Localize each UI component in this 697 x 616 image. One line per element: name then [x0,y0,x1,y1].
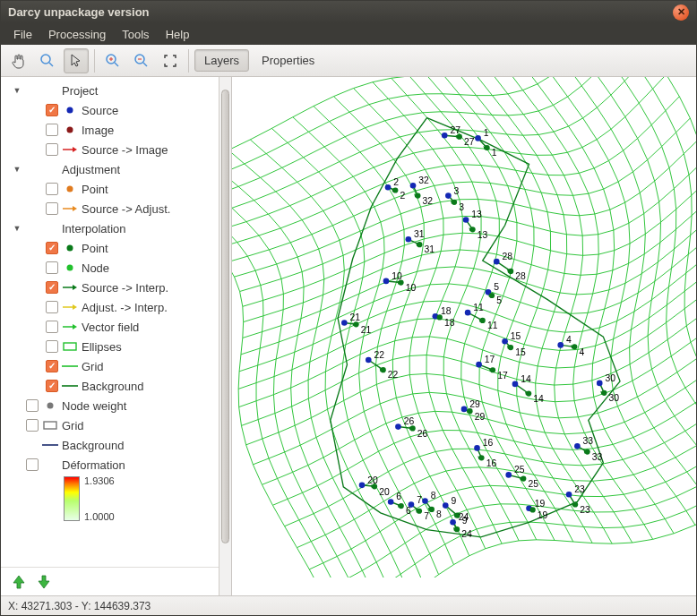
layers-tab[interactable]: Layers [194,49,249,72]
svg-text:19: 19 [535,499,546,509]
layer-symbol-icon [62,383,78,389]
layer-label: Source -> Adjust. [82,202,217,216]
tree-row[interactable]: Source -> Image [3,140,217,159]
layer-checkbox[interactable] [46,242,58,254]
svg-text:16: 16 [486,458,497,468]
map-canvas[interactable]: 1122334455667788991010111113131414151516… [232,77,696,595]
zoom-out-tool[interactable] [129,48,154,73]
svg-point-56 [409,501,415,508]
svg-point-9 [67,107,73,114]
layer-checkbox[interactable] [46,183,58,195]
tree-row[interactable]: Déformation [3,455,217,475]
move-up-button[interactable] [10,573,28,591]
tree-row[interactable]: ▼Adjustment [3,159,217,179]
layer-label: Source -> Image [82,143,217,157]
tree-row[interactable]: Point [3,179,217,199]
layer-checkbox[interactable] [46,202,58,215]
svg-point-76 [465,310,471,316]
tree-row[interactable]: Point [3,238,217,258]
menu-tools[interactable]: Tools [115,26,156,43]
svg-point-61 [422,498,428,504]
layer-symbol-icon [62,342,78,351]
layer-symbol-icon [62,243,78,253]
layer-symbol-icon [62,204,78,213]
layer-label: Source -> Interp. [82,281,217,295]
layer-checkbox[interactable] [46,380,58,392]
svg-point-26 [475,135,481,141]
layer-checkbox[interactable] [46,360,58,372]
layer-symbol-icon [62,184,78,194]
layer-checkbox[interactable] [46,261,58,274]
pointer-tool[interactable] [64,48,89,73]
svg-text:24: 24 [461,529,472,539]
close-button[interactable]: ✕ [673,4,689,21]
move-down-button[interactable] [35,573,53,591]
tree-row[interactable]: Node [3,258,217,278]
svg-point-166 [597,381,603,387]
window-title: Darcy unpackage version [8,5,673,19]
tree-row[interactable]: Source [3,100,217,120]
menu-file[interactable]: File [6,26,39,43]
layer-checkbox[interactable] [26,458,39,471]
svg-text:7: 7 [417,495,422,505]
layer-checkbox[interactable] [46,301,58,313]
tree-row[interactable]: Grid [3,356,217,376]
layer-symbol-icon [62,303,78,312]
svg-point-15 [67,265,73,271]
twisty-icon[interactable]: ▼ [12,165,22,174]
svg-point-91 [502,338,508,345]
layer-checkbox[interactable] [46,281,58,294]
tree-row[interactable]: Source -> Interp. [3,278,217,297]
layer-checkbox[interactable] [26,419,39,432]
svg-point-161 [461,406,468,413]
svg-point-127 [381,367,386,372]
layer-checkbox[interactable] [46,143,58,156]
layer-symbol-icon [42,442,58,448]
layer-checkbox[interactable] [46,104,58,116]
tree-row[interactable]: Node weight [3,396,217,415]
menu-processing[interactable]: Processing [41,26,113,43]
menubar: File Processing Tools Help [1,23,696,45]
svg-point-167 [601,390,607,396]
svg-text:18: 18 [441,306,452,316]
svg-point-32 [392,187,398,192]
layer-tree: ▼ProjectSourceImageSource -> Image▼Adjus… [1,77,231,567]
svg-point-31 [385,184,392,191]
tree-row[interactable]: Grid [3,415,217,435]
svg-text:13: 13 [471,210,482,219]
svg-text:32: 32 [423,196,434,206]
layer-symbol-icon [42,400,58,411]
properties-tab[interactable]: Properties [253,50,323,71]
zoom-fit-tool[interactable] [158,48,183,73]
tree-row[interactable]: Background [3,376,217,396]
svg-text:5: 5 [496,295,502,305]
tree-row[interactable]: ▼Interpolation [3,218,217,238]
svg-point-92 [508,345,513,350]
pan-tool[interactable] [6,48,31,73]
svg-text:5: 5 [494,282,499,292]
svg-text:17: 17 [497,371,508,381]
layer-checkbox[interactable] [46,340,58,353]
layer-checkbox[interactable] [46,321,58,333]
svg-text:24: 24 [459,512,469,522]
svg-point-10 [67,127,73,133]
svg-text:31: 31 [414,229,425,239]
layer-label: Node weight [62,399,217,413]
tree-row[interactable]: Background [3,435,217,455]
twisty-icon[interactable]: ▼ [12,86,22,95]
svg-point-146 [395,424,401,430]
tree-row[interactable]: Source -> Adjust. [3,199,217,218]
tree-row[interactable]: Image [3,120,217,140]
tree-row[interactable]: Adjust. -> Interp. [3,297,217,317]
svg-text:31: 31 [425,244,435,254]
layer-checkbox[interactable] [26,399,39,412]
tree-row[interactable]: Vector field [3,317,217,337]
zoom-in-tool[interactable] [100,48,125,73]
twisty-icon[interactable]: ▼ [12,224,22,233]
menu-help[interactable]: Help [159,26,197,43]
tree-row[interactable]: Ellipses [3,337,217,356]
layer-checkbox[interactable] [46,124,58,136]
tree-row[interactable]: ▼Project [3,81,217,100]
scrollbar[interactable] [219,77,231,595]
zoom-tool[interactable] [35,48,60,73]
